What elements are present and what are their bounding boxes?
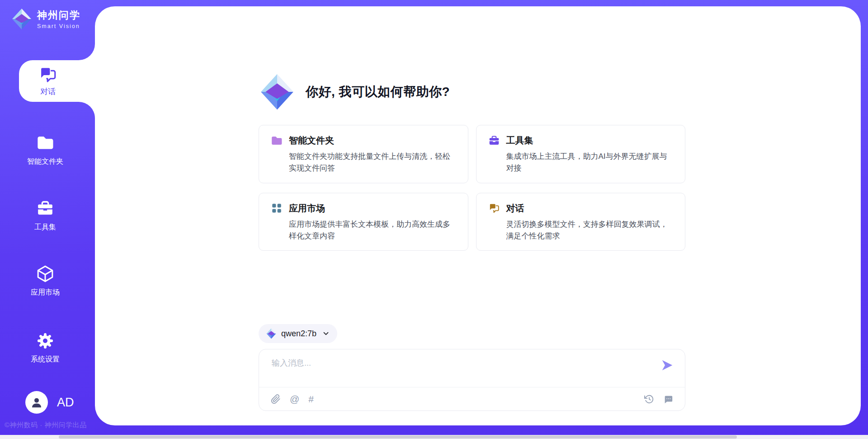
greeting-text: 你好, 我可以如何帮助你? <box>306 83 450 100</box>
card-smart-folder[interactable]: 智能文件夹 智能文件夹功能支持批量文件上传与清洗，轻松实现文件问答 <box>259 125 468 183</box>
send-icon <box>660 358 674 372</box>
card-toolset[interactable]: 工具集 集成市场上主流工具，助力AI与外界无缝扩展与对接 <box>476 125 686 183</box>
scrollbar-thumb[interactable] <box>59 435 737 439</box>
card-description: 智能文件夹功能支持批量文件上传与清洗，轻松实现文件问答 <box>289 151 456 175</box>
attach-button[interactable] <box>271 394 281 404</box>
model-selector[interactable]: qwen2:7b <box>259 324 337 343</box>
user-profile[interactable]: AD <box>25 391 74 414</box>
composer: @ # <box>259 349 685 411</box>
sidebar-item-label: 工具集 <box>34 223 56 232</box>
user-name: AD <box>57 396 74 410</box>
card-description: 灵活切换多模型文件，支持多样回复效果调试，满足个性化需求 <box>506 219 674 243</box>
grid-icon <box>271 202 283 214</box>
sidebar-item-settings[interactable]: 系统设置 <box>0 332 90 364</box>
assistant-diamond-icon <box>259 73 296 110</box>
card-description: 集成市场上主流工具，助力AI与外界无缝扩展与对接 <box>506 151 674 175</box>
sidebar: 神州问学 Smart Vision 对话 智能文件夹 工具集 <box>0 0 95 439</box>
card-title: 应用市场 <box>289 202 325 215</box>
folder-icon <box>271 135 283 147</box>
gear-icon <box>36 332 54 350</box>
paperclip-icon <box>271 394 281 404</box>
sidebar-item-label: 应用市场 <box>31 288 60 297</box>
mention-button[interactable]: @ <box>290 394 299 404</box>
chat-bubble-button[interactable] <box>663 394 673 404</box>
toolbox-icon <box>36 200 54 218</box>
brand: 神州问学 Smart Vision <box>11 8 80 30</box>
card-title: 工具集 <box>506 134 533 147</box>
brand-diamond-icon <box>266 328 277 339</box>
chat-icon <box>488 202 500 214</box>
toolbox-icon <box>488 135 500 147</box>
send-button[interactable] <box>660 358 674 372</box>
card-chat[interactable]: 对话 灵活切换多模型文件，支持多样回复效果调试，满足个性化需求 <box>476 193 686 251</box>
message-input[interactable] <box>271 357 630 383</box>
copyright: ©神州数码 · 神州问学出品 <box>5 421 86 429</box>
card-description: 应用市场提供丰富长文本模板，助力高效生成多样化文章内容 <box>289 219 456 243</box>
avatar <box>25 391 48 414</box>
model-name: qwen2:7b <box>281 329 316 339</box>
chat-bubble-icon <box>663 394 673 404</box>
brand-subtitle: Smart Vision <box>37 23 80 29</box>
sidebar-item-toolset[interactable]: 工具集 <box>0 200 90 232</box>
card-app-market[interactable]: 应用市场 应用市场提供丰富长文本模板，助力高效生成多样化文章内容 <box>259 193 468 251</box>
sidebar-item-label: 对话 <box>40 86 56 97</box>
history-button[interactable] <box>644 394 654 404</box>
hash-button[interactable]: # <box>308 394 314 404</box>
card-title: 对话 <box>506 202 524 215</box>
chat-icon <box>38 65 57 84</box>
chevron-down-icon <box>322 329 330 338</box>
sidebar-item-chat[interactable]: 对话 <box>19 60 77 102</box>
horizontal-scrollbar[interactable] <box>0 435 868 439</box>
sidebar-item-smart-folder[interactable]: 智能文件夹 <box>0 134 90 167</box>
folder-icon <box>36 134 54 152</box>
sidebar-item-label: 系统设置 <box>31 355 60 364</box>
main-panel: 你好, 我可以如何帮助你? 智能文件夹 智能文件夹功能支持批量文件上传与清洗，轻… <box>95 6 861 425</box>
sidebar-item-app-market[interactable]: 应用市场 <box>0 265 90 297</box>
card-title: 智能文件夹 <box>289 134 334 147</box>
brand-name: 神州问学 <box>37 9 80 22</box>
brand-diamond-icon <box>11 8 33 30</box>
composer-toolbar: @ # <box>259 387 685 410</box>
sidebar-item-label: 智能文件夹 <box>27 157 63 167</box>
cube-icon <box>36 265 54 283</box>
history-icon <box>644 394 654 404</box>
brand-text: 神州问学 Smart Vision <box>37 9 80 29</box>
greeting: 你好, 我可以如何帮助你? <box>259 73 450 110</box>
feature-cards: 智能文件夹 智能文件夹功能支持批量文件上传与清洗，轻松实现文件问答 工具集 集 <box>259 125 685 251</box>
